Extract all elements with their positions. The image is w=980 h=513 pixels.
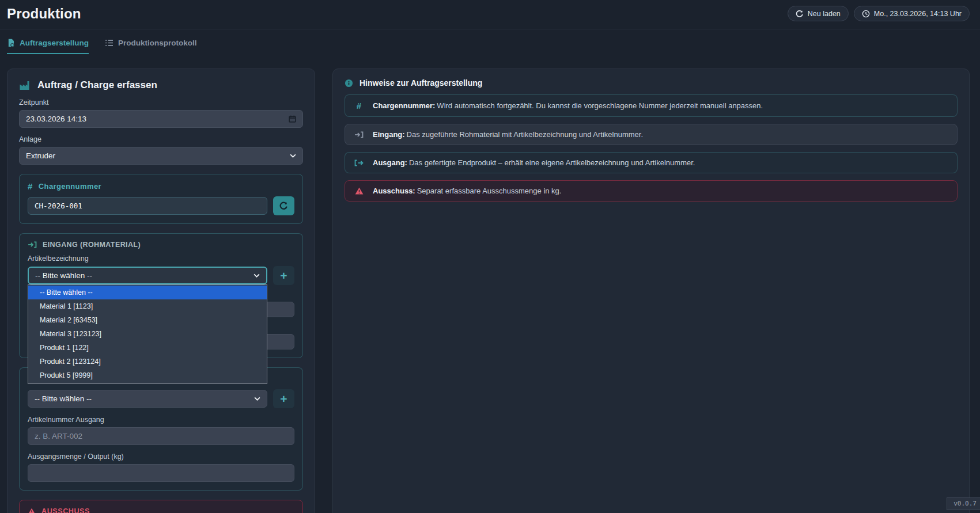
- info-icon: [345, 79, 353, 88]
- ausgang-select-row: -- Bitte wählen -- +: [28, 389, 294, 408]
- eingang-select-value: -- Bitte wählen --: [35, 271, 92, 280]
- topbar: Produktion Neu laden Mo.,: [0, 0, 980, 22]
- dropdown-option[interactable]: Material 1 [1123]: [28, 299, 267, 313]
- zeitpunkt-input[interactable]: 23.03.2026 14:13: [19, 110, 303, 128]
- ausschuss-title: AUSSCHUSS: [41, 507, 90, 513]
- ausschuss-header: AUSSCHUSS: [28, 507, 294, 513]
- arrow-into-bracket-icon: [354, 131, 364, 138]
- tab-label: Auftragserstellung: [20, 39, 89, 47]
- factory-icon: [19, 81, 30, 90]
- arrow-into-bracket-icon: [28, 241, 37, 248]
- regenerate-charge-button[interactable]: [273, 196, 294, 215]
- chevron-down-icon: [254, 397, 260, 401]
- list-icon: [105, 39, 113, 47]
- plus-icon: +: [280, 269, 287, 282]
- hints-title-label: Hinweise zur Auftragserstellung: [360, 78, 482, 88]
- artikel-dropdown: -- Bitte wählen -- Material 1 [1123] Mat…: [28, 284, 267, 384]
- ausgang-artikel-select[interactable]: -- Bitte wählen --: [28, 390, 267, 408]
- topbar-actions: Neu laden Mo., 23.03.2026, 14:13 Uhr: [788, 6, 970, 21]
- datetime-badge: Mo., 23.03.2026, 14:13 Uhr: [854, 6, 970, 21]
- artikelnummer-ausgang-label: Artikelnummer Ausgang: [28, 416, 294, 424]
- warning-triangle-icon: [354, 187, 364, 195]
- artikelnummer-ausgang-input[interactable]: [28, 427, 294, 445]
- form-panel-title: Auftrag / Charge erfassen: [19, 79, 303, 91]
- warning-triangle-icon: [28, 508, 36, 513]
- page-title: Produktion: [7, 6, 81, 22]
- dropdown-option[interactable]: -- Bitte wählen --: [28, 286, 267, 299]
- artikelbezeichnung-label: Artikelbezeichnung: [28, 254, 294, 263]
- document-icon: [7, 39, 15, 47]
- main-content: Auftrag / Charge erfassen Zeitpunkt 23.0…: [0, 69, 980, 513]
- tab-produktionsprotokoll[interactable]: Produktionsprotokoll: [105, 39, 197, 54]
- eingang-card: EINGANG (ROHMATERIAL) Artikelbezeichnung…: [19, 233, 303, 358]
- hint-text: Ausgang:Das gefertigte Endprodukt – erhä…: [373, 158, 695, 167]
- arrow-out-of-bracket-icon: [354, 159, 364, 166]
- hint-ausgang: Ausgang:Das gefertigte Endprodukt – erhä…: [345, 152, 958, 173]
- refresh-icon: [279, 202, 288, 210]
- zeitpunkt-value: 23.03.2026 14:13: [26, 115, 86, 123]
- ausgang-card: -- Bitte wählen -- + Artikelnummer Ausga…: [19, 367, 303, 491]
- hint-eingang: Eingang:Das zugeführte Rohmaterial mit A…: [345, 124, 958, 145]
- add-ausgang-artikel-button[interactable]: +: [273, 389, 294, 408]
- hint-text: Eingang:Das zugeführte Rohmaterial mit A…: [373, 130, 643, 139]
- chevron-down-icon: [253, 273, 260, 278]
- anlage-value: Extruder: [26, 151, 55, 160]
- tab-label: Produktionsprotokoll: [118, 39, 197, 47]
- chevron-down-icon: [290, 154, 296, 158]
- reload-label: Neu laden: [808, 10, 841, 18]
- chargennummer-header: # Chargennummer: [28, 181, 294, 191]
- dropdown-option[interactable]: Material 2 [63453]: [28, 313, 267, 327]
- plus-icon: +: [280, 393, 287, 405]
- anlage-select[interactable]: Extruder: [19, 147, 303, 165]
- ausgangsmenge-label: Ausgangsmenge / Output (kg): [28, 453, 294, 461]
- hint-text: Chargennummer:Wird automatisch fortgezäh…: [373, 101, 763, 110]
- chargennummer-label: Chargennummer: [39, 182, 101, 191]
- order-form-panel: Auftrag / Charge erfassen Zeitpunkt 23.0…: [7, 69, 315, 513]
- eingang-header: EINGANG (ROHMATERIAL): [28, 241, 294, 249]
- reload-icon: [796, 10, 804, 18]
- hint-text: Ausschuss:Separat erfassbare Ausschussme…: [373, 187, 561, 195]
- chargennummer-input[interactable]: [28, 197, 267, 215]
- hash-icon: #: [354, 101, 364, 111]
- eingang-title: EINGANG (ROHMATERIAL): [43, 241, 141, 249]
- hint-ausschuss: Ausschuss:Separat erfassbare Ausschussme…: [345, 180, 958, 202]
- hint-chargennummer: # Chargennummer:Wird automatisch fortgez…: [345, 94, 958, 117]
- dropdown-option[interactable]: Produkt 1 [122]: [28, 341, 267, 355]
- datetime-label: Mo., 23.03.2026, 14:13 Uhr: [874, 10, 962, 18]
- zeitpunkt-label: Zeitpunkt: [19, 98, 303, 107]
- ausgangsmenge-input[interactable]: [28, 464, 294, 482]
- add-eingang-artikel-button[interactable]: +: [273, 266, 294, 285]
- form-title-label: Auftrag / Charge erfassen: [37, 79, 157, 91]
- hints-panel-title: Hinweise zur Auftragserstellung: [345, 78, 958, 88]
- version-badge: v0.0.7: [947, 497, 980, 510]
- chargennummer-card: # Chargennummer: [19, 174, 303, 224]
- dropdown-option[interactable]: Produkt 5 [9999]: [28, 368, 267, 382]
- anlage-label: Anlage: [19, 135, 303, 143]
- hints-panel: Hinweise zur Auftragserstellung # Charge…: [332, 69, 970, 513]
- chargennummer-row: [28, 196, 294, 215]
- dropdown-option[interactable]: Material 3 [123123]: [28, 327, 267, 341]
- page: Produktion Neu laden Mo.,: [0, 0, 980, 513]
- calendar-icon[interactable]: [289, 115, 296, 123]
- reload-button[interactable]: Neu laden: [788, 6, 849, 21]
- ausschuss-card: AUSSCHUSS Ausschussmenge (kg): [19, 500, 303, 513]
- tab-auftragserstellung[interactable]: Auftragserstellung: [7, 39, 89, 54]
- dropdown-option[interactable]: Produkt 2 [123124]: [28, 355, 267, 368]
- eingang-select-row: -- Bitte wählen -- -- Bitte wählen -- Ma…: [28, 266, 294, 285]
- clock-icon: [862, 10, 870, 18]
- ausgang-select-value: -- Bitte wählen --: [35, 394, 92, 403]
- tab-bar: Auftragserstellung Produktionsprotokoll: [0, 29, 980, 54]
- eingang-artikel-select[interactable]: -- Bitte wählen -- -- Bitte wählen -- Ma…: [28, 267, 267, 284]
- hash-icon: #: [28, 181, 33, 191]
